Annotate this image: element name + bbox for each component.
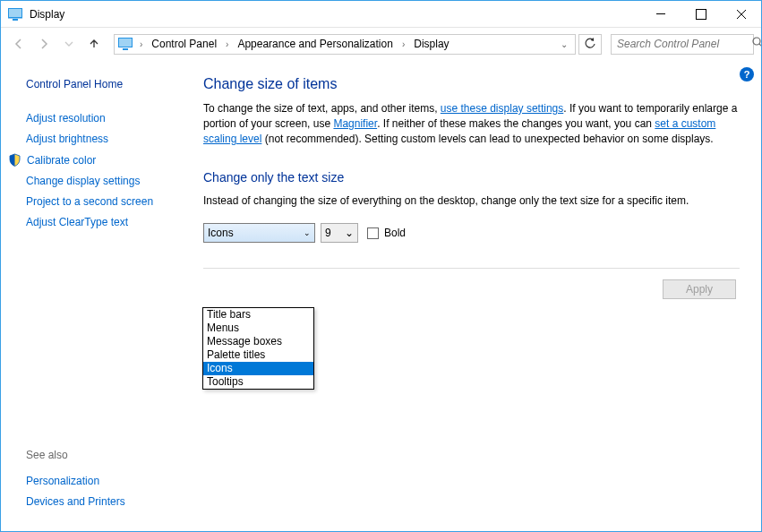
size-select-value: 9 — [325, 227, 331, 239]
display-icon — [8, 8, 22, 21]
sidebar-link-adjust-cleartype[interactable]: Adjust ClearType text — [26, 216, 178, 228]
forward-button[interactable] — [33, 33, 55, 55]
control-panel-home-link[interactable]: Control Panel Home — [26, 78, 178, 90]
recent-dropdown[interactable] — [58, 33, 80, 55]
main-content: Change size of items To change the size … — [187, 60, 761, 531]
see-also-label: See also — [26, 449, 178, 461]
svg-rect-6 — [119, 39, 132, 47]
link-display-settings[interactable]: use these display settings — [441, 102, 563, 115]
heading-change-text-size: Change only the text size — [203, 170, 740, 184]
search-input[interactable] — [617, 38, 752, 50]
chevron-right-icon[interactable]: › — [222, 39, 232, 49]
search-icon[interactable] — [752, 37, 762, 51]
chevron-right-icon[interactable]: › — [398, 39, 408, 49]
close-button[interactable] — [721, 1, 761, 27]
sidebar: Control Panel Home Adjust resolution Adj… — [1, 60, 187, 531]
dropdown-option-icons[interactable]: Icons — [203, 362, 313, 375]
up-button[interactable] — [83, 33, 105, 55]
breadcrumb[interactable]: Display — [412, 38, 450, 50]
sidebar-item-label: Calibrate color — [27, 154, 96, 167]
sidebar-link-change-display-settings[interactable]: Change display settings — [26, 175, 178, 187]
dropdown-option-palette-titles[interactable]: Palette titles — [203, 348, 313, 362]
sidebar-link-calibrate-color[interactable]: Calibrate color — [26, 153, 178, 167]
dropdown-option-tooltips[interactable]: Tooltips — [203, 375, 313, 389]
chevron-down-icon[interactable]: ⌄ — [557, 39, 571, 49]
item-select-value: Icons — [208, 227, 234, 239]
minimize-button[interactable] — [640, 1, 681, 27]
item-select[interactable]: Icons ⌄ — [203, 223, 315, 243]
item-select-dropdown: Title bars Menus Message boxes Palette t… — [202, 307, 314, 390]
chevron-down-icon: ⌄ — [345, 227, 354, 239]
shield-icon — [8, 153, 21, 167]
dropdown-option-message-boxes[interactable]: Message boxes — [203, 335, 313, 348]
bold-checkbox[interactable] — [367, 227, 379, 239]
sidebar-link-adjust-brightness[interactable]: Adjust brightness — [26, 133, 178, 145]
svg-point-8 — [753, 38, 760, 45]
address-bar[interactable]: › Control Panel › Appearance and Persona… — [114, 34, 576, 55]
bold-label: Bold — [384, 227, 406, 239]
chevron-right-icon[interactable]: › — [136, 39, 146, 49]
window-title: Display — [30, 8, 640, 21]
search-box[interactable] — [611, 34, 754, 55]
display-icon — [118, 38, 133, 50]
back-button[interactable] — [8, 33, 30, 55]
sidebar-link-project-second-screen[interactable]: Project to a second screen — [26, 195, 178, 208]
divider — [203, 268, 740, 269]
sidebar-seealso-devices-printers[interactable]: Devices and Printers — [26, 495, 178, 508]
dropdown-option-menus[interactable]: Menus — [203, 322, 313, 335]
navbar: › Control Panel › Appearance and Persona… — [1, 28, 761, 60]
titlebar: Display — [1, 1, 761, 28]
size-select[interactable]: 9 ⌄ — [321, 223, 358, 243]
svg-rect-7 — [123, 48, 128, 50]
dropdown-option-title-bars[interactable]: Title bars — [203, 308, 313, 322]
chevron-down-icon: ⌄ — [304, 228, 311, 237]
breadcrumb[interactable]: Control Panel — [150, 38, 218, 50]
heading-change-size-items: Change size of items — [203, 76, 740, 92]
refresh-button[interactable] — [578, 34, 602, 55]
maximize-button[interactable] — [681, 1, 721, 27]
link-magnifier[interactable]: Magnifier — [333, 117, 377, 130]
apply-button[interactable]: Apply — [663, 279, 736, 299]
breadcrumb[interactable]: Appearance and Personalization — [235, 38, 394, 50]
paragraph-1: To change the size of text, apps, and ot… — [203, 101, 740, 147]
window-controls — [640, 1, 761, 27]
svg-rect-1 — [9, 9, 21, 17]
paragraph-2: Instead of changing the size of everythi… — [203, 193, 740, 209]
sidebar-seealso-personalization[interactable]: Personalization — [26, 475, 178, 487]
svg-rect-2 — [13, 19, 18, 21]
sidebar-link-adjust-resolution[interactable]: Adjust resolution — [26, 112, 178, 124]
text-size-controls: Icons ⌄ 9 ⌄ Bold — [203, 223, 740, 243]
